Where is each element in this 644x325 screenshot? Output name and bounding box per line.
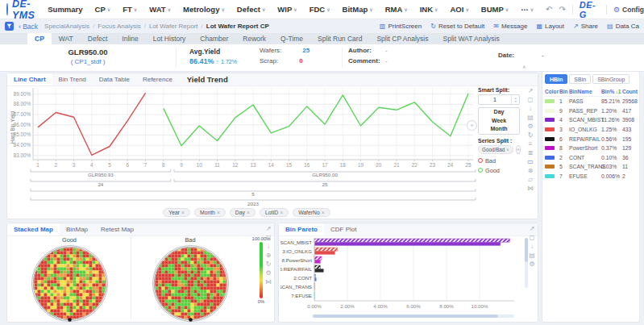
bin-row-io-onlkg[interactable]: 3IO_ONLKG1.25%433 xyxy=(545,125,637,135)
smart-split-input[interactable]: 1 ▴▾ xyxy=(478,94,520,105)
filter-icon[interactable] xyxy=(5,22,14,31)
bin-row-powershort[interactable]: 8PowerShort0.37%129 xyxy=(545,144,637,153)
split-option-day[interactable]: Day xyxy=(479,108,519,117)
select-rect-icon[interactable]: ▭ xyxy=(527,159,534,165)
nav-item-defect[interactable]: Defect∨ xyxy=(237,5,265,14)
axis-tag-day[interactable]: Day× xyxy=(230,208,256,217)
bin-row-efuse[interactable]: 7EFUSE0.006%2 xyxy=(545,172,637,181)
settings-icon[interactable]: ⚙ xyxy=(529,261,534,268)
back-button[interactable]: ‹ Back xyxy=(19,23,38,31)
tab-rework[interactable]: Rework xyxy=(235,33,273,44)
tab-wat[interactable]: WAT xyxy=(52,33,81,44)
layout-button[interactable]: ▦Layout xyxy=(536,23,564,30)
close-icon[interactable]: × xyxy=(506,147,509,152)
frame-icon[interactable]: ◻ xyxy=(530,235,535,241)
trend-tab-reference[interactable]: Reference xyxy=(136,73,179,85)
bin-row-pass-rep[interactable]: 9PASS_REP1.20%417 xyxy=(545,106,637,116)
tab-cp[interactable]: CP xyxy=(27,33,52,44)
bin-row-scan-mbist[interactable]: 4SCAN_MBIST11.26%3908 xyxy=(545,115,637,125)
series-split-tag[interactable]: Good/Bad × xyxy=(478,145,513,154)
bin-row-pass[interactable]: 1PASS85.21%29568 xyxy=(545,97,637,106)
legend-item-good[interactable]: Good xyxy=(478,167,520,174)
reset-button[interactable]: ↻Reset to Default xyxy=(430,23,484,30)
nav-item-summary[interactable]: Summary xyxy=(48,5,82,14)
nav-item-wip[interactable]: WIP∨ xyxy=(277,5,297,14)
tab-split-cp-analysis[interactable]: Split CP Analysis xyxy=(369,33,435,44)
step-down-icon[interactable]: ▾ xyxy=(514,100,516,103)
nav-item-cp[interactable]: CP∨ xyxy=(95,5,111,14)
tab-defect[interactable]: Defect xyxy=(81,33,115,44)
nav-item-more[interactable]: ⋯∨ xyxy=(521,5,534,14)
axis-tag-year[interactable]: Year× xyxy=(163,208,190,217)
horizontal-scrollbar[interactable] xyxy=(313,315,514,318)
bin-row-repairfail[interactable]: 6REPAIRFAIL0.56%195 xyxy=(545,134,637,144)
columns-icon[interactable]: ≣ xyxy=(528,150,534,156)
fit-icon[interactable]: ⋈ xyxy=(265,279,272,285)
axis-tag-waferno[interactable]: WaferNo× xyxy=(293,208,330,217)
expand-icon[interactable]: ↗ xyxy=(266,226,272,232)
col-color[interactable]: Color xyxy=(545,89,559,94)
frame-icon[interactable]: ◻ xyxy=(266,235,272,241)
trend-tab-bin-trend[interactable]: Bin Trend xyxy=(52,73,93,85)
nav-item-aoi[interactable]: AOI∨ xyxy=(450,5,468,14)
pareto-tab-cdf-plot[interactable]: CDF Plot xyxy=(324,223,363,235)
bin-row-cont[interactable]: 2CONT0.10%36 xyxy=(545,153,637,163)
config-button[interactable]: ⚙Config xyxy=(613,6,644,14)
tab-q-time[interactable]: Q-Time xyxy=(273,33,310,44)
download-icon[interactable]: ↓ xyxy=(267,244,270,250)
col-bin[interactable]: Bin%↓1 xyxy=(601,89,622,94)
legend-item-bad[interactable]: Bad xyxy=(478,157,520,165)
nav-item-ft[interactable]: FT∨ xyxy=(123,5,137,14)
pareto-tab-bin-pareto[interactable]: Bin Pareto xyxy=(279,223,324,235)
trend-tab-data-table[interactable]: Data Table xyxy=(93,73,136,85)
printscreen-button[interactable]: ▥PrintScreen xyxy=(380,23,422,30)
undo-icon[interactable]: ↶ xyxy=(546,6,552,14)
settings-icon[interactable]: ⚙ xyxy=(527,123,533,130)
expand-icon[interactable]: ↗ xyxy=(528,88,534,94)
tab-inline[interactable]: Inline xyxy=(114,33,145,44)
breadcrumb-item[interactable]: Focus Analysis xyxy=(98,23,140,30)
axis-tag-month[interactable]: Month× xyxy=(194,208,226,217)
breadcrumb-item[interactable]: Lot Wafer Report CP xyxy=(206,23,269,30)
tab-split-wat-analysis[interactable]: Split WAT Analysis xyxy=(435,33,506,44)
expand-icon[interactable]: ↗ xyxy=(530,226,535,232)
region-icon[interactable]: ▱ xyxy=(528,177,533,183)
col-count[interactable]: Count xyxy=(622,89,637,94)
download-icon[interactable]: ↓ xyxy=(530,244,534,250)
bin-tab-sbingroup[interactable]: SBinGroup xyxy=(592,74,629,84)
redo-icon[interactable]: ↷ xyxy=(559,6,565,14)
image-icon[interactable]: ▤ xyxy=(529,252,535,259)
share-button[interactable]: ↗Share xyxy=(573,23,598,30)
nav-item-wat[interactable]: WAT∨ xyxy=(149,5,171,14)
refresh-icon[interactable]: ↻ xyxy=(528,132,534,139)
bin-row-scan-trans[interactable]: 5SCAN_TRANS0.03%11 xyxy=(545,162,637,172)
settings-icon[interactable]: ⚙ xyxy=(265,270,271,277)
add-icon[interactable]: ⊕ xyxy=(266,252,272,259)
col-binname[interactable]: BinName xyxy=(569,89,601,94)
refresh-icon[interactable]: ↻ xyxy=(266,261,272,268)
bin-tab-hbin[interactable]: HBin xyxy=(545,74,567,84)
nav-item-fdc[interactable]: FDC∨ xyxy=(310,5,330,14)
split-option-week[interactable]: Week xyxy=(479,117,519,126)
fit-icon[interactable]: ⋈ xyxy=(527,185,534,192)
split-option-month[interactable]: Month xyxy=(479,125,519,134)
map-tab-stacked-map[interactable]: Stacked Map xyxy=(7,223,60,235)
stepper[interactable]: ▴▾ xyxy=(511,95,519,104)
add-split-icon[interactable]: + xyxy=(516,145,521,154)
rows-icon[interactable]: ≡ xyxy=(529,141,533,148)
nav-item-rma[interactable]: RMA∨ xyxy=(385,5,408,14)
col-bin[interactable]: Bin xyxy=(559,89,569,94)
download-icon[interactable]: ↓ xyxy=(529,106,532,112)
clear-icon[interactable]: ⊗ xyxy=(528,168,534,174)
image-icon[interactable]: ▤ xyxy=(527,115,534,121)
message-button[interactable]: ✉Message xyxy=(493,23,527,30)
nav-item-metrology[interactable]: Metrology∨ xyxy=(183,5,225,14)
collapse-summary-icon[interactable]: ∧ xyxy=(522,64,526,69)
tab-chamber[interactable]: Chamber xyxy=(193,33,235,44)
map-tab-binmap[interactable]: BinMap xyxy=(60,223,94,235)
nav-item-bump[interactable]: BUMP∨ xyxy=(481,5,509,14)
bin-tab-sbin[interactable]: SBin xyxy=(569,74,591,84)
expand-handle-icon[interactable]: + xyxy=(467,120,477,131)
nav-item-bitmap[interactable]: BitMap∨ xyxy=(343,5,373,14)
datacard-button[interactable]: ▤Data Ca xyxy=(607,23,639,30)
